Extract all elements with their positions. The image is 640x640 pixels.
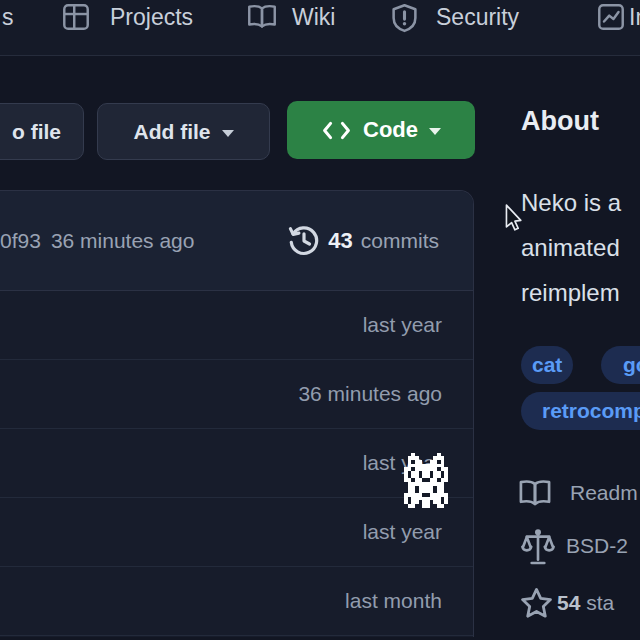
table-row[interactable]: 36 minutes ago	[0, 360, 473, 429]
tab-security[interactable]: Security	[436, 2, 519, 32]
chevron-down-icon	[429, 128, 441, 135]
table-row[interactable]: last year	[0, 429, 473, 498]
about-description-line: reimplem	[521, 270, 621, 315]
file-list-panel: 0f93 36 minutes ago 43 commits last year…	[0, 190, 474, 637]
table-row[interactable]: last year	[0, 291, 473, 360]
wiki-book-icon	[247, 3, 277, 31]
tab-wiki[interactable]: Wiki	[292, 2, 335, 32]
about-description-line: animated	[521, 225, 621, 270]
table-row[interactable]: last month	[0, 567, 473, 636]
mouse-cursor	[504, 204, 523, 231]
topic-label: cat	[532, 353, 562, 377]
table-row[interactable]: last year	[0, 498, 473, 567]
add-file-label: Add file	[134, 120, 211, 144]
stars-label: sta	[586, 591, 614, 614]
about-description: Neko is a animated reimplem	[521, 180, 621, 315]
about-heading: About	[521, 106, 599, 137]
license-scales-icon	[521, 528, 555, 566]
code-label: Code	[363, 117, 418, 143]
readme-book-icon	[518, 479, 552, 508]
tab-insights-partial[interactable]: In	[629, 2, 640, 32]
topic-tag-retrocomputing[interactable]: retrocomp	[521, 392, 640, 430]
commit-history-link[interactable]: 43 commits	[287, 224, 439, 258]
add-file-button[interactable]: Add file	[97, 103, 270, 160]
go-to-file-button[interactable]: o file	[0, 103, 84, 160]
license-link[interactable]: BSD-2	[566, 534, 628, 558]
neko-cat-sprite	[404, 450, 448, 514]
insights-graph-icon	[597, 3, 625, 31]
stars-count: 54	[557, 591, 580, 614]
repo-tab-bar: s Projects Wiki Security In	[0, 0, 640, 56]
topic-tag-go[interactable]: go	[601, 346, 640, 384]
about-description-line: Neko is a	[521, 180, 621, 225]
file-updated-time: 36 minutes ago	[298, 382, 442, 406]
commit-hash[interactable]: 0f93	[0, 229, 41, 253]
commit-count: 43	[328, 228, 352, 254]
code-icon	[321, 121, 352, 140]
commit-time: 36 minutes ago	[51, 229, 195, 253]
security-shield-icon	[390, 3, 419, 33]
go-to-file-label: o file	[12, 120, 61, 144]
readme-link[interactable]: Readm	[570, 481, 638, 505]
file-updated-time: last month	[345, 589, 442, 613]
tab-projects[interactable]: Projects	[110, 2, 193, 32]
latest-commit-bar: 0f93 36 minutes ago 43 commits	[0, 191, 473, 291]
file-updated-time: last year	[363, 520, 442, 544]
projects-icon	[62, 3, 90, 31]
file-updated-time: last year	[363, 313, 442, 337]
topic-label: retrocomp	[542, 399, 640, 423]
commit-count-label: commits	[361, 229, 439, 253]
history-clock-icon	[287, 224, 321, 258]
code-button[interactable]: Code	[287, 101, 475, 159]
stars-link[interactable]: 54 sta	[557, 591, 614, 615]
chevron-down-icon	[222, 130, 234, 137]
star-icon	[520, 587, 553, 619]
tab-issues-partial[interactable]: s	[2, 2, 14, 32]
topic-tag-cat[interactable]: cat	[521, 346, 573, 384]
topic-label: go	[623, 353, 640, 377]
